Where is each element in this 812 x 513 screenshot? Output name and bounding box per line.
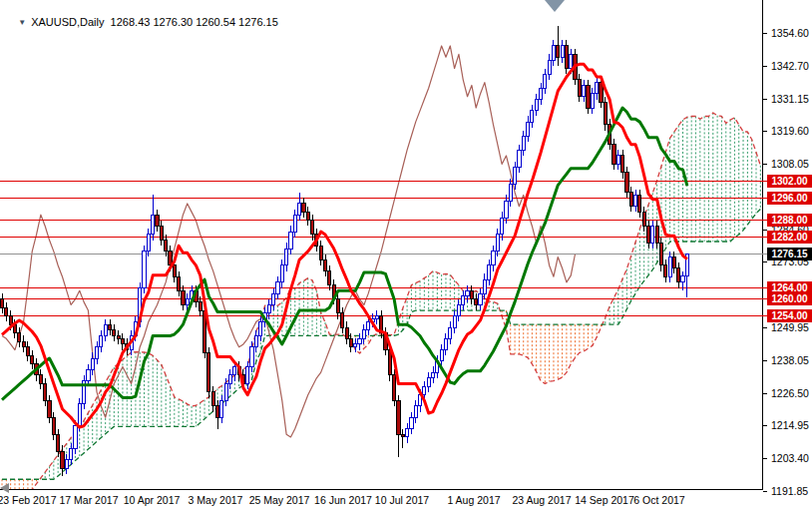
price-tick-mark — [763, 458, 767, 459]
price-tick-mark — [763, 33, 767, 34]
price-level-badge: 1288.00 — [767, 214, 812, 227]
series-start-marker-icon — [0, 483, 9, 493]
price-tick-label: 1191.85 — [771, 485, 808, 498]
price-tick-mark — [763, 66, 767, 67]
price-tick-label: 1238.05 — [771, 354, 809, 367]
price-tick-mark — [763, 131, 767, 132]
price-tick-label: 1354.60 — [771, 27, 809, 40]
price-tick-mark — [763, 393, 767, 394]
date-label: 17 Mar 2017 — [60, 494, 119, 506]
time-axis[interactable]: 23 Feb 201717 Mar 201710 Apr 20173 May 2… — [0, 489, 763, 513]
symbol-title-text: XAUUSD,Daily 1268.43 1276.30 1260.54 127… — [31, 16, 278, 28]
date-label: 23 Feb 2017 — [0, 494, 56, 506]
current-price-badge: 1276.15 — [767, 248, 812, 260]
date-label: 1 Aug 2017 — [447, 494, 500, 506]
price-tick-label: 1331.15 — [771, 93, 809, 106]
price-level-badge: 1302.00 — [767, 175, 812, 188]
price-tick-mark — [763, 164, 767, 165]
price-tick-mark — [763, 327, 767, 328]
date-label: 3 May 2017 — [189, 494, 243, 506]
price-level-badge: 1282.00 — [767, 231, 812, 244]
price-tick-mark — [763, 360, 767, 361]
date-label: 16 Jun 2017 — [314, 494, 372, 506]
price-tick-label: 1226.50 — [771, 387, 809, 400]
date-label: 6 Oct 2017 — [633, 494, 684, 506]
price-tick-mark — [763, 425, 767, 426]
price-level-badge: 1260.00 — [767, 292, 812, 305]
price-tick-label: 1214.95 — [771, 419, 809, 432]
price-tick-label: 1342.70 — [771, 60, 809, 73]
price-axis[interactable]: 1354.601342.701331.151319.601308.051284.… — [763, 0, 812, 513]
price-tick-label: 1203.40 — [771, 452, 809, 465]
date-label: 23 Aug 2017 — [513, 494, 572, 506]
symbol-dropdown-icon: ▼ — [18, 18, 26, 27]
price-tick-mark — [763, 491, 767, 492]
price-chart[interactable] — [0, 0, 762, 489]
mt4-chart-window: 1354.601342.701331.151319.601308.051284.… — [0, 0, 812, 513]
price-tick-mark — [763, 99, 767, 100]
price-tick-mark — [763, 261, 767, 262]
symbol-ohlc-header: ▼XAUUSD,Daily 1268.43 1276.30 1260.54 12… — [6, 4, 278, 40]
price-tick-label: 1308.05 — [771, 158, 809, 171]
chart-shift-marker-icon[interactable] — [545, 0, 565, 12]
price-level-badge: 1296.00 — [767, 192, 812, 205]
date-label: 10 Jul 2017 — [375, 494, 429, 506]
price-tick-label: 1249.95 — [771, 321, 809, 334]
date-label: 10 Apr 2017 — [124, 494, 181, 506]
date-label: 14 Sep 2017 — [575, 494, 634, 506]
date-label: 25 May 2017 — [249, 494, 310, 506]
price-level-badge: 1254.00 — [767, 309, 812, 322]
price-tick-label: 1319.60 — [771, 125, 809, 138]
